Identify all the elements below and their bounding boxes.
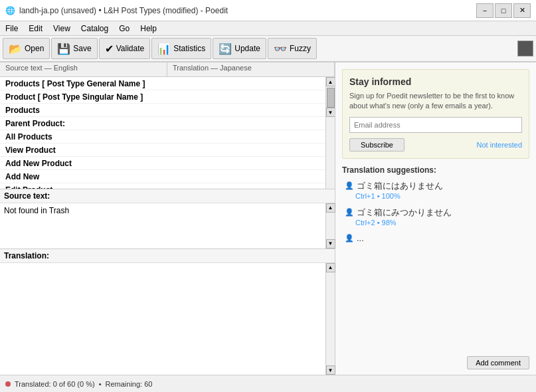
save-toolbar-button[interactable]: 💾Save: [51, 38, 97, 59]
list-item[interactable]: Products [ Post Type General Name ]: [0, 77, 325, 90]
string-list-header: Source text — English Translation — Japa…: [0, 62, 335, 77]
list-item[interactable]: Product [ Post Type Singular Name ]: [0, 90, 325, 104]
list-item-source: Products: [0, 106, 163, 115]
list-item-source: Add New: [0, 172, 163, 181]
suggestion-row: 👤 ゴミ箱にみつかりません: [345, 207, 527, 219]
minimize-button[interactable]: −: [476, 3, 493, 18]
open-toolbar-button[interactable]: 📂Open: [3, 38, 50, 59]
add-comment-row: Add comment: [335, 351, 536, 375]
menu-item-view[interactable]: View: [48, 21, 76, 35]
list-item[interactable]: Add New Product: [0, 157, 325, 170]
menu-item-go[interactable]: Go: [114, 21, 135, 35]
suggestion-icon: 👤: [345, 208, 354, 217]
save-icon: 💾: [57, 43, 70, 55]
translation-with-scroll: ▲ ▼: [0, 263, 335, 375]
titlebar: 🌐 landh-ja.po (unsaved) • L&H Post Types…: [0, 0, 536, 21]
list-item[interactable]: Add New: [0, 170, 325, 183]
list-item[interactable]: View Product: [0, 144, 325, 157]
statistics-toolbar-button[interactable]: 📊Statistics: [151, 38, 211, 59]
menu-item-file[interactable]: File: [0, 21, 23, 35]
titlebar-controls: − □ ✕: [476, 3, 531, 18]
list-item[interactable]: All Products: [0, 130, 325, 144]
add-comment-button[interactable]: Add comment: [467, 356, 529, 369]
suggestions-label: Translation suggestions:: [342, 165, 529, 175]
fuzzy-toolbar-button[interactable]: 👓Fuzzy: [268, 38, 317, 59]
source-text-label: Source text:: [0, 189, 335, 203]
left-pane: Source text — English Translation — Japa…: [0, 62, 335, 375]
statistics-icon: 📊: [157, 43, 171, 55]
suggestion-text: ゴミ箱にはありません: [357, 180, 443, 192]
list-item[interactable]: Parent Product:: [0, 117, 325, 130]
stay-informed-description: Sign up for Poedit newsletter to be the …: [349, 91, 522, 112]
not-interested-link[interactable]: Not interested: [477, 141, 522, 149]
menubar: FileEditViewCatalogGoHelp: [0, 21, 536, 36]
validate-toolbar-button[interactable]: ✔Validate: [99, 38, 150, 59]
trans-scroll-up[interactable]: ▲: [326, 263, 335, 272]
suggestion-item[interactable]: 👤 ...: [342, 232, 529, 245]
source-text-panel: Source text: Not found in Trash ▲ ▼: [0, 189, 335, 249]
fuzzy-icon: 👓: [274, 43, 287, 55]
translation-textarea[interactable]: [0, 263, 325, 375]
list-item-source: Edit Product: [0, 185, 163, 189]
suggestion-meta: Ctrl+1 • 100%: [345, 192, 527, 200]
subscribe-button[interactable]: Subscribe: [349, 138, 404, 151]
list-item-source: Product [ Post Type Singular Name ]: [0, 92, 163, 102]
menu-item-catalog[interactable]: Catalog: [76, 21, 114, 35]
close-button[interactable]: ✕: [513, 3, 531, 18]
list-item-source: View Product: [0, 146, 163, 155]
open-icon: 📂: [9, 43, 22, 55]
suggestion-icon: 👤: [345, 181, 354, 190]
trans-scroll-down[interactable]: ▼: [326, 365, 335, 375]
list-item[interactable]: Products: [0, 104, 325, 117]
titlebar-title: landh-ja.po (unsaved) • L&H Post Types (…: [19, 6, 228, 15]
translation-label: Translation:: [0, 249, 335, 263]
stay-informed-box: Stay informed Sign up for Poedit newslet…: [342, 69, 529, 159]
translated-status: Translated: 0 of 60 (0 %): [15, 380, 95, 388]
app-icon: 🌐: [5, 6, 15, 15]
validate-label: Validate: [116, 44, 144, 53]
list-item-source: All Products: [0, 132, 163, 142]
scroll-up-arrow[interactable]: ▲: [326, 77, 335, 86]
email-input[interactable]: [349, 117, 522, 133]
col-source-header: Source text — English: [0, 62, 167, 76]
save-label: Save: [73, 44, 91, 53]
list-item-source: Parent Product:: [0, 119, 163, 128]
list-scrollbar[interactable]: ▲ ▼: [325, 77, 335, 189]
scroll-down-arrow[interactable]: ▼: [326, 108, 335, 117]
status-dot: [5, 381, 11, 387]
menu-item-edit[interactable]: Edit: [23, 21, 48, 35]
statusbar-separator: •: [99, 380, 102, 388]
suggestion-icon: 👤: [345, 234, 354, 243]
update-toolbar-button[interactable]: 🔄Update: [213, 38, 266, 59]
suggestion-item[interactable]: 👤 ゴミ箱にみつかりません Ctrl+2 • 98%: [342, 205, 529, 228]
col-translation-header: Translation — Japanese: [167, 62, 335, 76]
maximize-button[interactable]: □: [495, 3, 512, 18]
suggestion-list: 👤 ゴミ箱にはありません Ctrl+1 • 100% 👤 ゴミ箱にみつかりません…: [342, 179, 529, 245]
suggestions-panel: Translation suggestions: 👤 ゴミ箱にはありません Ct…: [342, 165, 529, 351]
source-scroll-down[interactable]: ▼: [326, 239, 335, 248]
statistics-label: Statistics: [173, 44, 205, 53]
suggestion-text: ゴミ箱にみつかりません: [357, 207, 452, 219]
validate-icon: ✔: [105, 43, 114, 55]
scroll-thumb[interactable]: [327, 88, 335, 108]
translation-scrollbar[interactable]: ▲ ▼: [325, 263, 335, 375]
main-layout: Source text — English Translation — Japa…: [0, 62, 536, 375]
list-item-source: Products [ Post Type General Name ]: [0, 79, 163, 88]
open-label: Open: [25, 44, 44, 53]
toolbar: 📂Open💾Save✔Validate📊Statistics🔄Update👓Fu…: [0, 36, 536, 62]
right-pane: Stay informed Sign up for Poedit newslet…: [335, 62, 536, 375]
update-label: Update: [234, 44, 260, 53]
suggestion-row: 👤 ゴミ箱にはありません: [345, 180, 527, 192]
string-list: Products [ Post Type General Name ]Produ…: [0, 77, 325, 189]
suggestion-item[interactable]: 👤 ゴミ箱にはありません Ctrl+1 • 100%: [342, 179, 529, 201]
sidebar-toggle-button[interactable]: [517, 41, 533, 56]
string-list-container: Source text — English Translation — Japa…: [0, 62, 335, 189]
update-icon: 🔄: [219, 43, 232, 55]
source-text-scrollbar[interactable]: ▲ ▼: [325, 203, 335, 248]
statusbar: Translated: 0 of 60 (0 %) • Remaining: 6…: [0, 375, 536, 392]
menu-item-help[interactable]: Help: [135, 21, 162, 35]
subscribe-row: Subscribe Not interested: [349, 138, 522, 151]
source-scroll-up[interactable]: ▲: [326, 203, 335, 213]
list-item[interactable]: Edit Product: [0, 183, 325, 189]
source-text-value: Not found in Trash: [0, 203, 325, 248]
